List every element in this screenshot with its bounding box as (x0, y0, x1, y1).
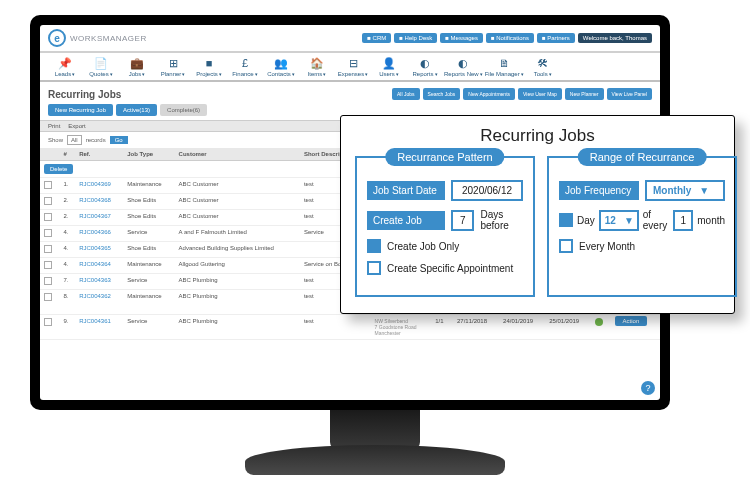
row-checkbox[interactable] (44, 245, 52, 253)
every-month-checkbox[interactable] (559, 239, 573, 253)
page-action-button[interactable]: New Planner (565, 88, 604, 100)
row-action-button[interactable]: Action (615, 316, 648, 326)
toolbar-item[interactable]: ◐Reports▾ (408, 56, 442, 77)
row-checkbox[interactable] (44, 229, 52, 237)
header-button[interactable]: Welcome back, Thomas (578, 33, 652, 43)
app-header: e WORKSMANAGER ■ CRM■ Help Desk■ Message… (40, 25, 660, 53)
ref-link[interactable]: RJC004369 (79, 181, 111, 187)
toolbar-item[interactable]: ◐Reports New▾ (444, 56, 483, 77)
row-checkbox[interactable] (44, 318, 52, 326)
brand-logo[interactable]: e WORKSMANAGER (48, 29, 147, 47)
toolbar-icon: ⊟ (346, 56, 360, 70)
toolbar-item[interactable]: ■Projects▾ (192, 56, 226, 77)
job-start-date-label: Job Start Date (367, 181, 445, 200)
header-button[interactable]: ■ Partners (537, 33, 575, 43)
toolbar-item[interactable]: 🛠Tools▾ (526, 56, 560, 77)
page-action-button[interactable]: View User Map (518, 88, 562, 100)
create-specific-appointment-checkbox[interactable] (367, 261, 381, 275)
toolbar-icon: 🗎 (497, 56, 511, 70)
row-checkbox[interactable] (44, 261, 52, 269)
column-header[interactable]: Customer (175, 148, 300, 161)
filter-button[interactable]: Active(13) (116, 104, 157, 116)
ref-link[interactable]: RJC004361 (79, 318, 111, 324)
column-header[interactable]: # (59, 148, 75, 161)
chevron-down-icon: ▼ (624, 215, 634, 226)
toolbar-icon: 💼 (130, 56, 144, 70)
toolbar-item[interactable]: ⊞Planner▾ (156, 56, 190, 77)
header-button[interactable]: ■ Messages (440, 33, 483, 43)
header-button[interactable]: ■ CRM (362, 33, 391, 43)
toolbar-item[interactable]: £Finance▾ (228, 56, 262, 77)
create-job-label: Create Job (367, 211, 445, 230)
create-job-days-field[interactable]: 7 (451, 210, 474, 231)
page-action-button[interactable]: New Appointments (463, 88, 515, 100)
page-subheader: Recurring Jobs All JobsSearch JobsNew Ap… (40, 82, 660, 104)
recurrence-pattern-panel: Recurrance Pattern Job Start Date 2020/0… (355, 156, 535, 297)
table-tool[interactable]: Export (68, 123, 85, 129)
row-checkbox[interactable] (44, 213, 52, 221)
toolbar-icon: £ (238, 56, 252, 70)
toolbar-item[interactable]: 👥Contacts▾ (264, 56, 298, 77)
every-month-label: Every Month (579, 241, 635, 252)
go-button[interactable]: Go (110, 136, 128, 144)
toolbar-item[interactable]: 🗎File Manager▾ (485, 56, 524, 77)
ref-link[interactable]: RJC004368 (79, 197, 111, 203)
toolbar-icon: ◐ (456, 56, 470, 70)
column-header[interactable] (40, 148, 59, 161)
toolbar-item[interactable]: 📌Leads▾ (48, 56, 82, 77)
monitor-stand-neck (330, 410, 420, 450)
main-toolbar: 📌Leads▾📄Quotes▾💼Jobs▾⊞Planner▾■Projects▾… (40, 53, 660, 82)
month-suffix-label: month (697, 215, 725, 226)
row-checkbox[interactable] (44, 197, 52, 205)
show-select[interactable]: All (67, 135, 82, 145)
ref-link[interactable]: RJC004362 (79, 293, 111, 299)
page-action-button[interactable]: Search Jobs (423, 88, 461, 100)
row-checkbox[interactable] (44, 293, 52, 301)
dialog-title: Recurring Jobs (355, 126, 720, 146)
header-button[interactable]: ■ Help Desk (394, 33, 437, 43)
page-action-buttons: All JobsSearch JobsNew AppointmentsView … (392, 88, 652, 100)
toolbar-item[interactable]: 👤Users▾ (372, 56, 406, 77)
table-tool[interactable]: Print (48, 123, 60, 129)
of-every-label: of every (643, 209, 670, 231)
every-n-field[interactable]: 1 (673, 210, 693, 231)
filter-button[interactable]: Complete(6) (160, 104, 207, 116)
ref-link[interactable]: RJC004365 (79, 245, 111, 251)
toolbar-item[interactable]: 💼Jobs▾ (120, 56, 154, 77)
job-frequency-select[interactable]: Monthly▼ (645, 180, 725, 201)
records-label: records (86, 137, 106, 143)
table-row: 9.RJC004361ServiceABC PlumbingtestNW Sil… (40, 315, 660, 340)
page-action-button[interactable]: View Live Panel (607, 88, 653, 100)
toolbar-item[interactable]: 🏠Items▾ (300, 56, 334, 77)
job-start-date-field[interactable]: 2020/06/12 (451, 180, 523, 201)
header-button[interactable]: ■ Notifications (486, 33, 534, 43)
column-header[interactable]: Ref. (75, 148, 123, 161)
toolbar-item[interactable]: ⊟Expenses▾ (336, 56, 370, 77)
logo-icon: e (48, 29, 66, 47)
ref-link[interactable]: RJC004366 (79, 229, 111, 235)
job-frequency-label: Job Frequency (559, 181, 639, 200)
recurring-jobs-dialog: Recurring Jobs Recurrance Pattern Job St… (340, 115, 735, 314)
day-option-checkbox[interactable] (559, 213, 573, 227)
create-job-only-checkbox[interactable] (367, 239, 381, 253)
chevron-down-icon: ▼ (699, 185, 709, 196)
create-specific-appointment-label: Create Specific Appointment (387, 263, 513, 274)
panel-title-pattern: Recurrance Pattern (385, 148, 504, 166)
row-checkbox[interactable] (44, 181, 52, 189)
page-action-button[interactable]: All Jobs (392, 88, 420, 100)
column-header[interactable]: Job Type (123, 148, 174, 161)
day-label: Day (577, 215, 595, 226)
day-select[interactable]: 12▼ (599, 210, 639, 231)
toolbar-item[interactable]: 📄Quotes▾ (84, 56, 118, 77)
ref-link[interactable]: RJC004367 (79, 213, 111, 219)
row-checkbox[interactable] (44, 277, 52, 285)
toolbar-icon: 📌 (58, 56, 72, 70)
delete-button[interactable]: Delete (44, 164, 73, 174)
filter-button[interactable]: New Recurring Job (48, 104, 113, 116)
create-job-only-label: Create Job Only (387, 241, 459, 252)
help-bubble[interactable]: ? (641, 381, 655, 395)
ref-link[interactable]: RJC004363 (79, 277, 111, 283)
panel-title-range: Range of Recurrance (578, 148, 707, 166)
show-label: Show (48, 137, 63, 143)
ref-link[interactable]: RJC004364 (79, 261, 111, 267)
